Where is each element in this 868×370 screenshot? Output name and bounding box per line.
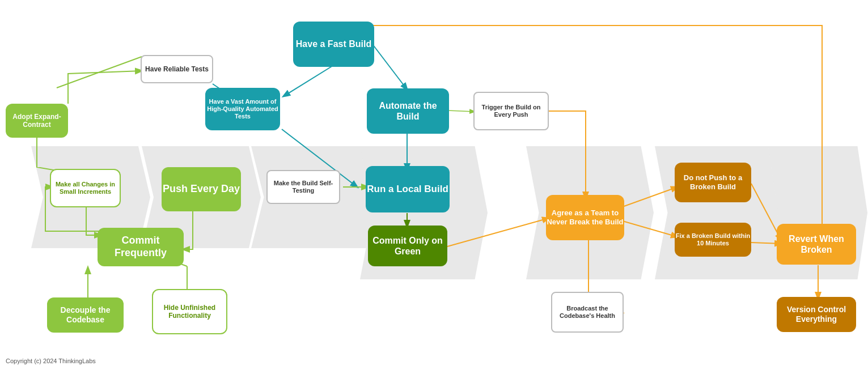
node-push-every-day: Push Every Day xyxy=(162,167,241,211)
node-broadcast: Broadcast the Codebase's Health xyxy=(551,292,624,333)
node-make-changes: Make all Changes in Small Increments xyxy=(50,169,121,207)
node-run-local-build: Run a Local Build xyxy=(366,166,450,212)
node-fix-broken: Fix a Broken Build within 10 Minutes xyxy=(675,223,751,257)
node-build-self-testing: Make the Build Self-Testing xyxy=(266,170,340,204)
diagram-container: Adopt Expand-Contract Have Reliable Test… xyxy=(0,0,868,370)
node-decouple: Decouple the Codebase xyxy=(47,297,124,333)
node-revert-when: Revert When Broken xyxy=(777,224,856,265)
node-agree-team: Agree as a Team to Never Break the Build xyxy=(546,195,624,240)
node-have-fast-build: Have a Fast Build xyxy=(293,22,374,67)
node-trigger-build: Trigger the Build on Every Push xyxy=(473,92,549,130)
copyright-text: Copyright (c) 2024 ThinkingLabs xyxy=(6,358,96,364)
node-hide-unfinished: Hide Unfinished Functionality xyxy=(152,289,227,334)
node-have-reliable: Have Reliable Tests xyxy=(141,55,213,83)
node-commit-only: Commit Only on Green xyxy=(368,226,447,266)
node-adopt-expand: Adopt Expand-Contract xyxy=(6,104,68,138)
node-version-control: Version Control Everything xyxy=(777,297,856,332)
node-commit-frequently: Commit Frequently xyxy=(98,228,184,266)
node-do-not-push: Do not Push to a Broken Build xyxy=(675,163,751,202)
node-automate-build: Automate the Build xyxy=(367,88,449,134)
node-vast-amount: Have a Vast Amount of High-Quality Autom… xyxy=(205,88,280,130)
